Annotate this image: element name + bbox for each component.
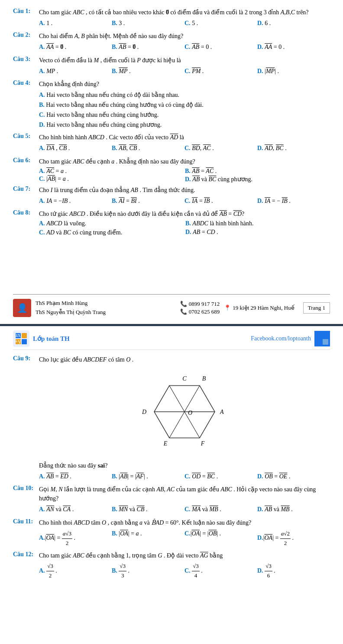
question-12: Câu 12: Cho tam giác ABC đều cạnh bằng 1… <box>13 551 330 581</box>
question-6: Câu 6: Cho tam giác ABC đều cạnh a . Khẳ… <box>13 157 330 183</box>
q11-text: Cho hình thoi ABCD tâm O , cạnh bằng a v… <box>39 518 330 527</box>
svg-rect-7 <box>323 333 328 338</box>
q5-content: Cho hình bình hành ABCD . Các vecto đối … <box>39 133 330 154</box>
svg-rect-8 <box>316 339 322 345</box>
question-10: Câu 10: Gọi M, N lần lượt là trung điểm … <box>13 485 330 515</box>
q5-label: Câu 5: <box>13 133 39 140</box>
svg-text:F: F <box>201 440 205 447</box>
q1-ans-c: C. 5 . <box>184 19 257 28</box>
q3-ans-c: C. PM . <box>184 67 257 76</box>
q12-answers: A. √3 2 . B. √3 3 . C. √3 <box>39 562 330 580</box>
footer: 👤 ThS Phạm Minh Hùng ThS Nguyễn Thị Quỳn… <box>13 296 330 320</box>
q8-ans-d: D. AB = CD . <box>185 229 330 236</box>
q12-ans-c: C. √3 4 . <box>184 562 257 580</box>
address-text: 19 kiệt 29 Hàm Nghi, Huế <box>233 304 294 311</box>
q9-answers: A. AB = ED . B. |AB| = |AF| . C. OD = BC… <box>39 472 330 481</box>
q8-label: Câu 8: <box>13 209 39 216</box>
q5-ans-a: A. DA , CB . <box>39 144 112 153</box>
q8-ans-b: B. ABDC là hình bình hành. <box>185 220 330 227</box>
q9-note: Đẳng thức nào sau đây sai? <box>39 461 330 470</box>
q10-answers: A. AN và CA . B. MN và CB . C. MA và MB … <box>39 505 330 514</box>
svg-text:B: B <box>202 375 206 382</box>
phone-icon-1: 📞 <box>180 301 187 308</box>
q11-content: Cho hình thoi ABCD tâm O , cạnh bằng a v… <box>39 518 330 549</box>
q6-ans-a: A. AC = a . <box>39 168 184 175</box>
q10-content: Gọi M, N lần lượt là trung điểm của các … <box>39 485 330 515</box>
q7-answers: A. IA = −IB . B. AI = BI . C. IA = IB . … <box>39 196 330 206</box>
q7-ans-a: A. IA = −IB . <box>39 196 112 206</box>
q2-answers: A. AA = 0⃗ . B. AB = 0⃗ . C. AB = 0 . D.… <box>39 42 330 52</box>
q4-ans-b: B. Hai vecto bằng nhau nếu chúng cùng hư… <box>39 100 330 109</box>
svg-text:C: C <box>182 375 187 382</box>
q12-label: Câu 12: <box>13 551 39 558</box>
pin-icon: 📍 <box>224 304 231 311</box>
footer-phone: 📞 0899 917 712 📞 0702 625 689 <box>180 301 220 315</box>
q6-ans-b: B. AB = AC . <box>185 168 330 175</box>
footer-names: ThS Phạm Minh Hùng ThS Nguyễn Thị Quỳnh … <box>36 299 176 317</box>
q6-content: Cho tam giác ABC đều cạnh a . Khẳng định… <box>39 157 330 183</box>
q7-text: Cho I là trung điểm của đoạn thẳng AB . … <box>39 186 330 195</box>
q2-ans-a: A. AA = 0⃗ . <box>39 42 112 52</box>
q7-content: Cho I là trung điểm của đoạn thẳng AB . … <box>39 186 330 207</box>
brand-name: Lớp toán TH <box>33 335 70 343</box>
q12-ans-a: A. √3 2 . <box>39 562 112 580</box>
q4-answers: A. Hai vecto bằng nhau nếu chúng có độ d… <box>39 90 330 129</box>
svg-rect-6 <box>316 333 322 338</box>
q12-content: Cho tam giác ABC đều cạnh bằng 1, trọng … <box>39 551 330 581</box>
q3-content: Vecto có điểm đầu là M , điểm cuối là P … <box>39 56 330 77</box>
q1-answers: A. 1 . B. 3 . C. 5 . D. 6 . <box>39 19 330 28</box>
header-left: ax +y Lớp toán TH <box>13 330 70 347</box>
q7-ans-d: D. IA = − IB . <box>257 196 330 206</box>
page-1: Câu 1: Cho tam giác ABC , có tất cả bao … <box>0 0 343 324</box>
q3-ans-a: A. MP . <box>39 67 112 76</box>
q4-ans-d: D. Hai vecto bằng nhau nếu chúng cùng ph… <box>39 120 330 129</box>
svg-text:O: O <box>188 410 192 416</box>
q10-text: Gọi M, N lần lượt là trung điểm của các … <box>39 485 330 503</box>
q8-answers: A. ABCD là vuông. B. ABDC là hình bình h… <box>39 220 330 236</box>
q5-answers: A. DA , CB . B. AB, CB . C. BD, AC . D. … <box>39 144 330 153</box>
svg-text:+y: +y <box>15 338 21 345</box>
page-2: ax +y Lớp toán TH Facebook.com/loptoanth… <box>0 324 343 592</box>
page-number: Trang 1 <box>303 302 330 314</box>
question-9: Câu 9: Cho lục giác đều ABCDEF có tâm O … <box>13 355 330 482</box>
svg-rect-3 <box>22 339 27 344</box>
facebook-link: Facebook.com/loptoanth <box>251 335 311 342</box>
question-1: Câu 1: Cho tam giác ABC , có tất cả bao … <box>13 8 330 29</box>
q4-text: Chọn khẳng định đúng? <box>39 80 330 89</box>
svg-rect-9 <box>323 339 328 345</box>
svg-text:ax: ax <box>15 332 20 338</box>
teacher1-name: ThS Phạm Minh Hùng <box>36 299 176 308</box>
q6-label: Câu 6: <box>13 157 39 164</box>
q9-label: Câu 9: <box>13 355 39 362</box>
q10-ans-b: B. MN và CB . <box>112 505 184 514</box>
svg-text:D: D <box>142 409 146 415</box>
q3-label: Câu 3: <box>13 56 39 63</box>
q7-ans-b: B. AI = BI . <box>112 196 184 206</box>
q5-ans-d: D. AD, BC . <box>257 144 330 153</box>
q10-label: Câu 10: <box>13 485 39 492</box>
question-7: Câu 7: Cho I là trung điểm của đoạn thẳn… <box>13 186 330 207</box>
q3-answers: A. MP . B. MP . C. PM . D. |MP| . <box>39 67 330 76</box>
question-5: Câu 5: Cho hình bình hành ABCD . Các vec… <box>13 133 330 154</box>
q2-ans-d: D. AA = 0 . <box>257 42 330 52</box>
phone1: 0899 917 712 <box>189 301 220 308</box>
q11-ans-d: D.|OA| = a√2 2 . <box>257 529 330 548</box>
q2-ans-b: B. AB = 0⃗ . <box>112 42 184 52</box>
q6-ans-c: C. |AB| = a . <box>39 176 184 183</box>
q10-ans-c: C. MA và MB . <box>184 505 257 514</box>
q5-ans-b: B. AB, CB . <box>112 144 184 153</box>
teacher2-name: ThS Nguyễn Thị Quỳnh Trang <box>36 308 176 317</box>
question-3: Câu 3: Vecto có điểm đầu là M , điểm cuố… <box>13 56 330 77</box>
q6-text: Cho tam giác ABC đều cạnh a . Khẳng định… <box>39 157 330 166</box>
q1-text: Cho tam giác ABC , có tất cả bao nhiêu v… <box>39 8 330 17</box>
q9-ans-a: A. AB = ED . <box>39 472 112 481</box>
hexagon-figure: C B A D E F O <box>39 368 330 455</box>
header-right: Facebook.com/loptoanth <box>251 331 330 346</box>
q9-content: Cho lục giác đều ABCDEF có tâm O . <box>39 355 330 482</box>
q11-ans-a: A.|OA| = a√3 2 . <box>39 529 112 548</box>
q5-text: Cho hình bình hành ABCD . Các vecto đối … <box>39 133 330 142</box>
q9-text: Cho lục giác đều ABCDEF có tâm O . <box>39 355 330 364</box>
q1-ans-b: B. 3 . <box>112 19 184 28</box>
q1-label: Câu 1: <box>13 8 39 15</box>
footer-address: 📍 19 kiệt 29 Hàm Nghi, Huế <box>224 304 294 311</box>
